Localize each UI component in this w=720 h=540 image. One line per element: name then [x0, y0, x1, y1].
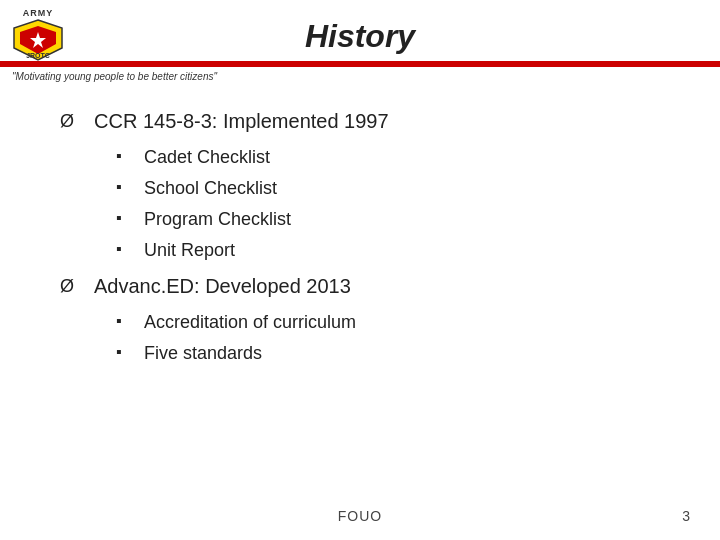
sub-bullet-2b-text: Five standards [144, 343, 262, 364]
sub-bullet-1c-text: Program Checklist [144, 209, 291, 230]
sub-bullet-1c: ▪ Program Checklist [116, 209, 660, 230]
main-bullet-1-text: CCR 145-8-3: Implemented 1997 [94, 110, 389, 133]
page-title: History [305, 18, 415, 54]
sub-bullet-1a: ▪ Cadet Checklist [116, 147, 660, 168]
sub-bullet-1a-symbol: ▪ [116, 147, 130, 165]
main-content: Ø CCR 145-8-3: Implemented 1997 ▪ Cadet … [0, 82, 720, 398]
sub-bullet-1d-symbol: ▪ [116, 240, 130, 258]
footer-page-number: 3 [682, 508, 690, 524]
tagline: "Motivating young people to be better ci… [12, 71, 720, 82]
sub-bullet-2b: ▪ Five standards [116, 343, 660, 364]
sub-bullet-1d-text: Unit Report [144, 240, 235, 261]
footer: FOUO 3 [0, 508, 720, 524]
sub-bullet-1c-symbol: ▪ [116, 209, 130, 227]
sub-bullet-2a-text: Accreditation of curriculum [144, 312, 356, 333]
sub-bullet-1b: ▪ School Checklist [116, 178, 660, 199]
header: ARMY JROTC History "Motivating young peo… [0, 0, 720, 82]
red-bar-divider [0, 61, 720, 67]
sub-bullet-2b-symbol: ▪ [116, 343, 130, 361]
main-bullet-1: Ø CCR 145-8-3: Implemented 1997 [60, 110, 660, 133]
main-bullet-2-symbol: Ø [60, 276, 80, 297]
sub-bullet-1d: ▪ Unit Report [116, 240, 660, 261]
main-bullet-2-text: Advanc.ED: Developed 2013 [94, 275, 351, 298]
logo-area: ARMY JROTC [12, 8, 64, 62]
page-title-row: History [0, 8, 720, 61]
army-text: ARMY [23, 8, 54, 18]
sub-bullets-1: ▪ Cadet Checklist ▪ School Checklist ▪ P… [116, 147, 660, 261]
sub-bullet-1a-text: Cadet Checklist [144, 147, 270, 168]
sub-bullet-1b-text: School Checklist [144, 178, 277, 199]
footer-label: FOUO [338, 508, 382, 524]
sub-bullets-2: ▪ Accreditation of curriculum ▪ Five sta… [116, 312, 660, 364]
sub-bullet-2a-symbol: ▪ [116, 312, 130, 330]
sub-bullet-2a: ▪ Accreditation of curriculum [116, 312, 660, 333]
jrotc-logo-icon: JROTC [12, 18, 64, 62]
sub-bullet-1b-symbol: ▪ [116, 178, 130, 196]
main-bullet-1-symbol: Ø [60, 111, 80, 132]
svg-text:JROTC: JROTC [26, 52, 50, 59]
main-bullet-2: Ø Advanc.ED: Developed 2013 [60, 275, 660, 298]
